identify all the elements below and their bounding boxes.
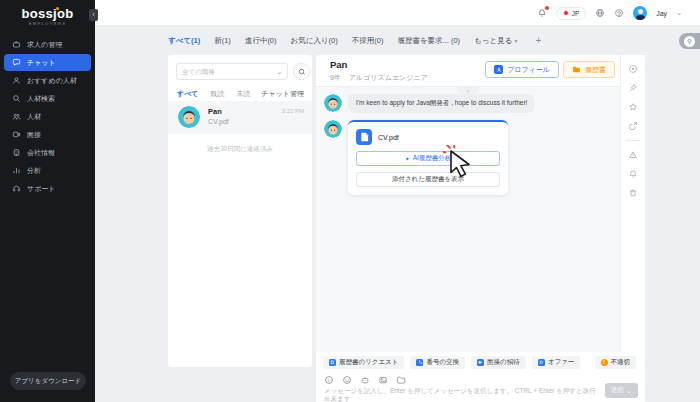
video-camera-icon	[477, 359, 484, 366]
help-headset-icon[interactable]	[614, 8, 624, 18]
building-icon	[12, 148, 21, 157]
report-inappropriate-chip[interactable]: ! 不適切	[595, 356, 637, 369]
conversation-tabs: すべて(1) 新(1) 進行中(0) お気に入り(0) 不採用(0) 履歴書を要…	[168, 35, 541, 46]
user-name: Jay	[656, 10, 667, 17]
quick-actions-bar: 履歴書のリクエスト 番号の交換 面接の招待 オファー ! 不適切	[316, 352, 645, 373]
tab-in-progress[interactable]: 進行中(0)	[245, 36, 277, 46]
attachment-message-row: CV.pdf ✦ AI履歴書分析 添付された履歴書を表示	[324, 120, 508, 195]
filter-unread[interactable]: 未読	[237, 89, 251, 99]
attachment-filename: CV.pdf	[378, 134, 399, 141]
message-composer: D 送信 ⌄	[316, 373, 645, 402]
profile-button[interactable]: プロフィール	[485, 61, 559, 78]
candidate-avatar	[178, 106, 200, 128]
pdf-document-icon	[356, 129, 372, 145]
resume-attachment-card: CV.pdf ✦ AI履歴書分析 添付された履歴書を表示	[348, 120, 508, 195]
resume-doc-icon	[329, 359, 336, 366]
chevron-down-icon[interactable]: ⌄	[676, 9, 682, 17]
last-message-preview: CV.pdf	[208, 118, 229, 125]
attachment-file-row[interactable]: CV.pdf	[356, 129, 500, 145]
report-warning-icon[interactable]	[628, 150, 638, 160]
conversation-panel: Pan 9年アルゴリズムエンジニア プロフィール 履歴書 ⌄ I'm keen	[316, 55, 645, 402]
candidate-avatar	[324, 94, 342, 112]
profile-icon	[494, 65, 503, 74]
message-row: I'm keen to apply for Java開発者 , hope to …	[324, 94, 535, 113]
chat-icon	[12, 58, 21, 67]
sidebar-item-chat[interactable]: チャット	[4, 54, 91, 71]
share-icon[interactable]	[628, 121, 638, 131]
sparkle-icon: ✦	[405, 155, 410, 162]
image-icon[interactable]	[378, 375, 388, 385]
tab-rejected[interactable]: 不採用(0)	[352, 36, 384, 46]
chart-icon	[12, 166, 21, 175]
sidebar-item-recommended[interactable]: おすすめの人材	[4, 72, 91, 89]
sidebar: bossjob EMPLOYERS ‹ 求人の管理 チャット おすすめの人材 人…	[0, 0, 95, 402]
resume-button[interactable]: 履歴書	[563, 61, 615, 78]
mouse-cursor	[443, 145, 479, 181]
conversation-header: Pan 9年アルゴリズムエンジニア プロフィール 履歴書	[316, 55, 645, 86]
sidebar-nav: 求人の管理 チャット おすすめの人材 人材検索 人材 面接 会社情報 分析	[0, 36, 95, 198]
bossjob-logo: bossjob	[0, 6, 95, 21]
sidebar-item-talent-search[interactable]: 人材検索	[4, 90, 91, 107]
filter-read[interactable]: 既読	[211, 89, 225, 99]
sidebar-item-support[interactable]: サポート	[4, 180, 91, 197]
rail-divider	[626, 140, 640, 141]
offer-icon	[538, 359, 545, 366]
headset-icon	[12, 184, 21, 193]
topbar: JP Jay ⌄	[95, 0, 700, 26]
candidate-name: Pan	[330, 59, 347, 70]
chat-list-item[interactable]: Pan CV.pdf 3:22 PM	[168, 101, 312, 134]
request-resume-chip[interactable]: 履歴書のリクエスト	[323, 356, 404, 369]
translate-icon[interactable]: D	[324, 375, 334, 385]
user-avatar[interactable]	[633, 6, 647, 20]
globe-icon[interactable]	[595, 8, 605, 18]
lightbulb-icon	[684, 36, 695, 47]
notification-bell-icon[interactable]	[537, 8, 547, 18]
file-folder-icon[interactable]	[396, 375, 406, 385]
add-tab-button[interactable]: +	[535, 35, 541, 46]
briefcase-icon	[12, 40, 21, 49]
feedback-edge-tab[interactable]	[679, 33, 700, 49]
ai-assistant-robot-icon[interactable]	[360, 375, 370, 385]
message-time: 3:22 PM	[282, 108, 304, 114]
search-button[interactable]	[293, 63, 310, 80]
pin-icon[interactable]	[628, 83, 638, 93]
filter-all[interactable]: すべて	[177, 89, 199, 99]
send-button[interactable]: 送信 ⌄	[605, 383, 638, 398]
messages-area: ⌄ I'm keen to apply for Java開発者 , hope t…	[316, 86, 620, 352]
sidebar-item-company[interactable]: 会社情報	[4, 144, 91, 161]
search-icon	[12, 94, 21, 103]
delete-trash-icon[interactable]	[628, 188, 638, 198]
candidate-name: Pan	[208, 107, 222, 116]
translate-toggle-icon[interactable]	[628, 64, 638, 74]
download-app-button[interactable]: アプリをダウンロード	[10, 372, 86, 390]
sidebar-collapse-button[interactable]: ‹	[89, 9, 98, 21]
message-input[interactable]	[324, 387, 596, 402]
candidate-meta: 9年アルゴリズムエンジニア	[330, 73, 428, 83]
tab-favorites[interactable]: お気に入り(0)	[291, 36, 338, 46]
sidebar-item-interview[interactable]: 面接	[4, 126, 91, 143]
star-icon[interactable]	[628, 102, 638, 112]
message-bubble: I'm keen to apply for Java開発者 , hope to …	[348, 94, 535, 113]
tab-all[interactable]: すべて(1)	[168, 36, 200, 46]
chat-manage-link[interactable]: チャット管理	[261, 89, 304, 99]
tab-resume-requested[interactable]: 履歴書を要求... (0)	[397, 36, 460, 46]
logo-subtitle: EMPLOYERS	[0, 21, 95, 26]
candidate-avatar	[324, 120, 342, 138]
offer-chip[interactable]: オファー	[532, 356, 580, 369]
interview-icon	[12, 130, 21, 139]
job-type-filter-select[interactable]: 全ての職種 ⌄	[176, 63, 288, 80]
interview-invite-chip[interactable]: 面接の招待	[471, 356, 526, 369]
mute-bell-icon[interactable]	[628, 169, 638, 179]
chevron-down-icon: ⌄	[626, 387, 632, 395]
sidebar-item-talent[interactable]: 人材	[4, 108, 91, 125]
sidebar-item-analytics[interactable]: 分析	[4, 162, 91, 179]
exchange-number-chip[interactable]: 番号の交換	[410, 356, 465, 369]
list-footer-note: 過去30日間に連絡済み	[168, 145, 312, 154]
language-selector[interactable]: JP	[556, 7, 587, 20]
tab-more[interactable]: もっと見る ▾	[474, 36, 517, 46]
sidebar-item-jobs[interactable]: 求人の管理	[4, 36, 91, 53]
recommended-person-icon	[12, 76, 21, 85]
emoji-icon[interactable]	[342, 375, 352, 385]
search-icon	[298, 68, 306, 76]
tab-new[interactable]: 新(1)	[214, 36, 231, 46]
